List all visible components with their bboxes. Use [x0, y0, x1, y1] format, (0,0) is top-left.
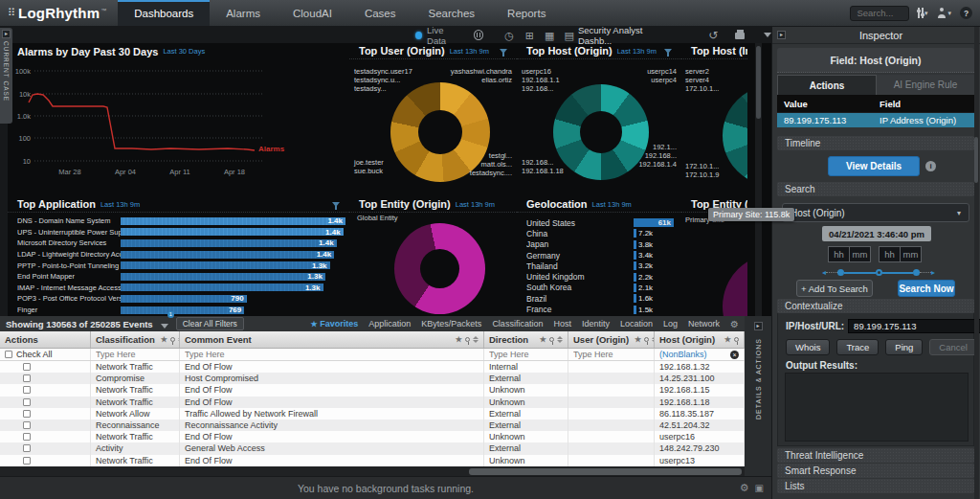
section-threat-intelligence[interactable]: Threat Intelligence: [777, 448, 974, 463]
section-contextualize[interactable]: Contextualize: [777, 299, 974, 313]
bar-row[interactable]: UPS - Uninterruptible Power Supply1.4k: [8, 227, 349, 238]
user-menu[interactable]: ▾: [936, 8, 951, 18]
view-details-button[interactable]: View Details: [828, 156, 920, 176]
bar-row[interactable]: Microsoft Directory Services1.4k: [8, 238, 349, 249]
row-checkbox[interactable]: [23, 421, 31, 429]
tab-dashboards[interactable]: Dashboards: [118, 0, 210, 26]
column-header-common-event[interactable]: Common Event★: [180, 331, 484, 348]
geo-row[interactable]: Japan3.8k: [517, 239, 681, 250]
section-smart-response[interactable]: Smart Response: [777, 464, 974, 478]
clock-icon[interactable]: ◷: [504, 31, 514, 40]
minute-input[interactable]: mm: [900, 246, 922, 262]
geo-row[interactable]: United Kingdom2.2k: [517, 271, 681, 282]
info-icon[interactable]: i: [925, 161, 936, 171]
add-to-search-button[interactable]: + Add To Search: [796, 280, 873, 297]
filter-icon[interactable]: [764, 33, 771, 37]
top-host-impacted-donut-chart[interactable]: [723, 85, 747, 186]
geo-row[interactable]: Thailand3.2k: [517, 261, 681, 271]
events-hscrollbar-track[interactable]: [0, 466, 745, 476]
tab-classification[interactable]: Classification: [492, 319, 543, 329]
inspector-scrollbar-track[interactable]: [974, 27, 979, 499]
geo-row[interactable]: France1.5k: [517, 304, 681, 314]
section-search[interactable]: Search: [777, 182, 974, 196]
geo-row[interactable]: Germany3.4k: [517, 250, 681, 261]
gear-icon[interactable]: ⚙: [740, 482, 749, 494]
tab-favorites[interactable]: ★ Favorites: [311, 319, 359, 329]
bar-row[interactable]: DNS - Domain Name System1.4k: [8, 215, 349, 227]
filter-host-origin[interactable]: (NonBlanks)×: [655, 349, 745, 360]
panel-collapse-icon[interactable]: ▸: [777, 31, 786, 39]
table-row[interactable]: CompromiseHost CompromisedExternal14.25.…: [0, 373, 745, 384]
slider-handle[interactable]: [913, 269, 920, 276]
bar-row[interactable]: PPTP - Point-to-Point Tunneling Pr...1.3…: [8, 260, 349, 271]
details-actions-tab[interactable]: ▸ DETAILS & ACTIONS: [745, 316, 771, 476]
row-checkbox[interactable]: [23, 410, 31, 418]
table-row[interactable]: ReconnaissanceReconnaissance ActivityExt…: [0, 420, 745, 431]
table-row[interactable]: Network TrafficEnd Of FlowUnknownuserpc1…: [0, 455, 745, 466]
tab-host[interactable]: Host: [553, 319, 571, 329]
ip-host-url-input[interactable]: [848, 319, 980, 333]
tab-identity[interactable]: Identity: [582, 319, 610, 329]
tab-cloudai[interactable]: CloudAI: [277, 0, 348, 26]
calendar-icon[interactable]: ▦: [545, 31, 554, 40]
slider-center-handle[interactable]: [876, 269, 882, 276]
table-row[interactable]: Network AllowTraffic Allowed by Network …: [0, 408, 745, 420]
tab-kbytes-packets[interactable]: KBytes/Packets: [421, 319, 481, 329]
filter-common-event-input[interactable]: [185, 350, 479, 359]
minute-input[interactable]: mm: [849, 246, 871, 262]
tab-alarms[interactable]: Alarms: [210, 0, 277, 26]
time-range-slider[interactable]: ◂ ▸: [822, 268, 935, 277]
output-results-area[interactable]: [785, 373, 969, 442]
column-header-host-origin[interactable]: Host (Origin)★: [655, 331, 745, 348]
global-search-input[interactable]: [850, 6, 909, 21]
slider-handle[interactable]: [837, 269, 844, 276]
table-row[interactable]: Network TrafficEnd Of FlowUnknown192.168…: [0, 397, 745, 408]
clear-all-filters-button[interactable]: Clear All Filters: [176, 317, 244, 330]
row-checkbox[interactable]: [23, 363, 31, 371]
geo-row[interactable]: United States61k: [517, 217, 681, 228]
geo-row[interactable]: South Korea2.1k: [517, 283, 681, 293]
hour-input[interactable]: hh: [879, 246, 901, 262]
preferences-menu[interactable]: ▾: [918, 8, 927, 18]
inspector-scrollbar-thumb[interactable]: [974, 137, 978, 183]
top-host-donut-chart[interactable]: [553, 84, 649, 180]
table-row[interactable]: Network TrafficEnd Of FlowInternal192.16…: [0, 361, 745, 373]
filter-icon[interactable]: [664, 49, 672, 54]
hour-input[interactable]: hh: [828, 246, 850, 262]
column-header-classification[interactable]: Classification★: [91, 331, 180, 348]
search-field-select[interactable]: Host (Origin) ▾: [782, 203, 969, 222]
tab-log[interactable]: Log: [663, 319, 678, 329]
clear-filter-icon[interactable]: ×: [730, 351, 739, 359]
tab-actions[interactable]: Actions: [777, 75, 877, 95]
events-hscrollbar-thumb[interactable]: [469, 468, 742, 475]
dashboard-selector[interactable]: ▤ Security Analyst Dashb...: [564, 25, 666, 46]
filter-icon[interactable]: [332, 202, 340, 207]
section-lists[interactable]: Lists: [777, 479, 974, 493]
tab-cases[interactable]: Cases: [348, 0, 412, 26]
row-checkbox[interactable]: [23, 433, 31, 441]
top-entity-impacted-donut-chart[interactable]: [723, 254, 747, 316]
tab-application[interactable]: Application: [368, 319, 411, 329]
tab-ai-engine-rule[interactable]: AI Engine Rule: [877, 75, 974, 95]
active-filter-icon[interactable]: 1: [161, 315, 168, 332]
bar-row[interactable]: Finger769: [8, 305, 349, 316]
annotate-icon[interactable]: ⊞: [525, 31, 534, 40]
row-checkbox[interactable]: [23, 457, 31, 465]
table-row[interactable]: Network TrafficEnd Of FlowUnknownuserpc1…: [0, 431, 745, 442]
column-header-actions[interactable]: Actions: [0, 331, 91, 348]
datetime-display[interactable]: 04/21/2021 3:46:40 pm: [822, 226, 931, 241]
selected-value-row[interactable]: 89.199.175.113 IP Address (Origin): [777, 112, 974, 127]
column-header-user-origin[interactable]: User (Origin)★: [568, 331, 655, 348]
pause-icon[interactable]: [474, 30, 483, 40]
help-icon[interactable]: ?: [960, 7, 972, 19]
bar-row[interactable]: LDAP - Lightweight Directory Acce...1.4k: [8, 249, 349, 261]
search-now-button[interactable]: Search Now: [898, 280, 955, 297]
filter-user-origin-input[interactable]: [573, 350, 649, 359]
row-checkbox[interactable]: [23, 386, 31, 394]
panel-icon[interactable]: ▣: [755, 483, 764, 493]
check-all[interactable]: Check All: [0, 349, 91, 360]
table-row[interactable]: ActivityGeneral Web AccessExternal148.24…: [0, 442, 745, 454]
tab-location[interactable]: Location: [620, 319, 653, 329]
tab-searches[interactable]: Searches: [412, 0, 492, 26]
row-checkbox[interactable]: [23, 398, 31, 406]
